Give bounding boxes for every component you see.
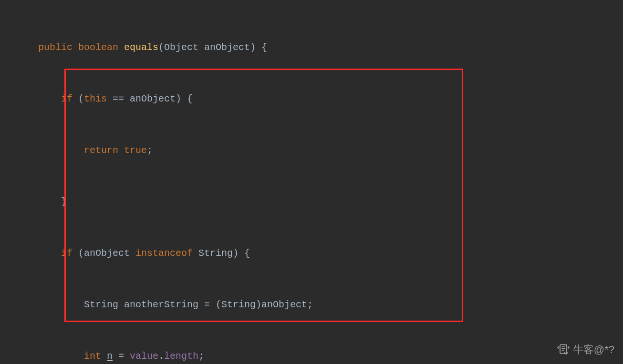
keyword: public	[38, 42, 73, 53]
code-text	[38, 145, 84, 156]
code-line[interactable]: return true;	[0, 142, 623, 159]
code-line[interactable]: String anotherString = (String)anObject;	[0, 296, 623, 313]
keyword: int	[84, 351, 101, 362]
variable: n	[107, 351, 113, 362]
field: length	[164, 351, 198, 362]
code-text: ;	[198, 351, 204, 362]
code-text: (	[73, 93, 84, 104]
code-text	[118, 145, 124, 156]
watermark-text: 牛客@*?	[573, 341, 614, 358]
code-text: }	[38, 196, 67, 207]
watermark: 牛客@*?	[557, 341, 614, 358]
keyword: if	[61, 93, 73, 104]
field: value	[130, 351, 158, 362]
code-text: == anObject) {	[107, 93, 193, 104]
code-line[interactable]: public boolean equals(Object anObject) {	[0, 39, 623, 56]
code-text: .	[158, 351, 164, 362]
svg-rect-0	[560, 345, 567, 354]
code-text	[38, 248, 61, 259]
keyword: this	[84, 93, 107, 104]
code-text	[38, 93, 61, 104]
code-text: (Object anObject) {	[158, 42, 267, 53]
keyword: true	[124, 145, 147, 156]
keyword: boolean	[78, 42, 118, 53]
method-name: equals	[124, 42, 158, 53]
code-line[interactable]: if (this == anObject) {	[0, 91, 623, 108]
code-text	[38, 351, 84, 362]
watermark-icon	[557, 343, 570, 356]
code-editor[interactable]: public boolean equals(Object anObject) {…	[0, 0, 623, 364]
code-text: String) {	[193, 248, 250, 259]
code-line[interactable]: if (anObject instanceof String) {	[0, 245, 623, 262]
code-text: ;	[147, 145, 153, 156]
keyword: instanceof	[135, 248, 193, 259]
code-line[interactable]: int n = value.length;	[0, 348, 623, 364]
code-text: (anObject	[73, 248, 135, 259]
code-text	[101, 351, 107, 362]
keyword: if	[61, 248, 73, 259]
keyword: return	[84, 145, 118, 156]
code-text: String anotherString = (String)anObject;	[38, 299, 313, 310]
code-line[interactable]: }	[0, 193, 623, 211]
code-text: =	[113, 351, 130, 362]
